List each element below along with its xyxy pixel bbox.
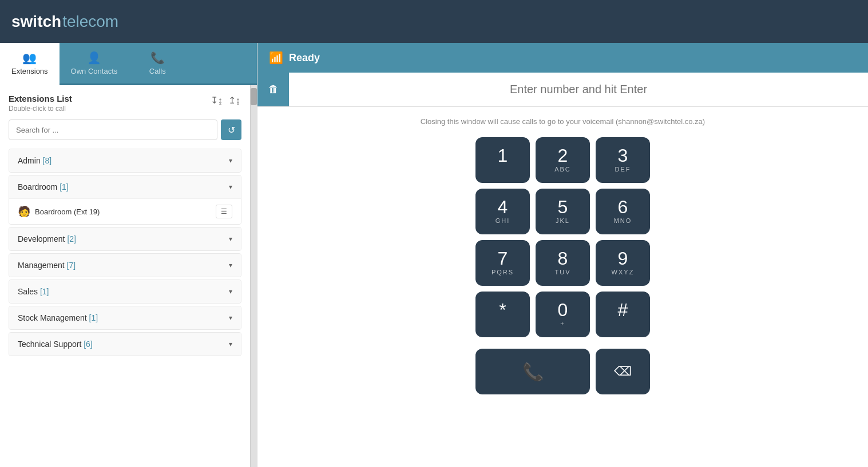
number-input[interactable] (289, 73, 868, 106)
logo-telecom: telecom (62, 13, 118, 31)
dial-star-num: * (499, 301, 506, 319)
dial-2-button[interactable]: 2 ABC (536, 137, 590, 183)
group-stock-management: Stock Management [1] ▾ (9, 306, 241, 330)
status-bar: 📶 Ready (257, 43, 868, 73)
dial-8-sub: TUV (555, 269, 571, 277)
dialpad-bottom: 📞 ⌫ (464, 349, 661, 406)
group-development-count: [2] (67, 234, 76, 244)
tab-calls[interactable]: 📞 Calls (129, 43, 186, 85)
group-sales-count: [1] (40, 287, 49, 296)
dial-5-sub: JKL (556, 217, 570, 225)
group-management-header[interactable]: Management [7] ▾ (9, 254, 241, 277)
main-layout: 👥 Extensions 👤 Own Contacts 📞 Calls Exte… (0, 43, 868, 467)
dial-4-num: 4 (498, 198, 508, 216)
group-admin-header[interactable]: Admin [8] ▾ (9, 149, 241, 172)
dial-hash-button[interactable]: # (596, 292, 650, 337)
sort-az-button[interactable]: ↧↨ (209, 94, 224, 107)
dial-0-sub: + (560, 320, 565, 328)
logo: switch telecom (11, 13, 118, 31)
dial-hash-sub (621, 320, 624, 328)
dial-star-button[interactable]: * (475, 292, 530, 337)
dial-9-sub: WXYZ (612, 269, 635, 277)
dialpad-area: 🗑 Closing this window will cause calls t… (257, 73, 868, 467)
dial-6-sub: MNO (614, 217, 632, 225)
group-sales-header[interactable]: Sales [1] ▾ (9, 280, 241, 303)
group-boardroom-header[interactable]: Boardroom [1] ▾ (9, 175, 241, 198)
scrollbar[interactable] (250, 85, 257, 467)
dial-4-sub: GHI (496, 217, 510, 225)
dial-3-button[interactable]: 3 DEF (596, 137, 650, 183)
group-boardroom-label: Boardroom [1] (18, 182, 69, 191)
backspace-button[interactable]: ⌫ (596, 349, 650, 394)
dial-1-sub (501, 166, 504, 174)
left-content: Extensions List Double-click to call ↧↨ … (0, 85, 257, 467)
dial-8-button[interactable]: 8 TUV (536, 240, 590, 286)
dial-9-num: 9 (618, 249, 628, 268)
dial-0-button[interactable]: 0 + (536, 292, 590, 337)
group-boardroom-count: [1] (60, 182, 69, 191)
tab-own-contacts[interactable]: 👤 Own Contacts (60, 43, 129, 85)
dial-2-num: 2 (558, 146, 568, 165)
scroll-thumb[interactable] (251, 88, 257, 105)
dial-1-num: 1 (498, 146, 508, 165)
dial-7-sub: PQRS (492, 269, 514, 277)
sort-buttons: ↧↨ ↥↨ (209, 94, 241, 107)
group-sales-label: Sales [1] (18, 287, 49, 296)
backspace-icon: ⌫ (614, 364, 632, 379)
dialpad: 1 2 ABC 3 DEF 4 GHI 5 JKL (464, 131, 661, 349)
status-text: Ready (289, 52, 320, 64)
extensions-icon: 👥 (22, 51, 37, 65)
group-stock-management-header[interactable]: Stock Management [1] ▾ (9, 306, 241, 329)
group-sales: Sales [1] ▾ (9, 280, 241, 304)
extensions-list-subtitle: Double-click to call (9, 105, 72, 113)
tab-own-contacts-label: Own Contacts (71, 67, 118, 75)
dial-6-button[interactable]: 6 MNO (596, 189, 650, 234)
extensions-panel: Extensions List Double-click to call ↧↨ … (0, 85, 250, 467)
tabs-bar: 👥 Extensions 👤 Own Contacts 📞 Calls (0, 43, 257, 85)
group-development-chevron: ▾ (229, 235, 232, 243)
boardroom-ext-name: Boardroom (Ext 19) (35, 207, 211, 216)
group-admin-count: [8] (43, 156, 52, 165)
group-management-chevron: ▾ (229, 261, 232, 269)
group-management-count: [7] (67, 261, 76, 270)
sort-za-button[interactable]: ↥↨ (227, 94, 241, 107)
dial-7-num: 7 (498, 249, 508, 268)
dial-0-num: 0 (558, 301, 568, 319)
group-tech-chevron: ▾ (229, 340, 232, 348)
search-input[interactable] (9, 119, 217, 140)
extensions-list-title-block: Extensions List Double-click to call (9, 94, 72, 113)
dial-5-num: 5 (558, 198, 568, 216)
delete-button[interactable]: 🗑 (257, 73, 289, 106)
logo-switch: switch (11, 13, 61, 31)
call-icon: 📞 (522, 362, 544, 382)
group-tech-label: Technical Support [6] (18, 340, 93, 349)
tab-extensions-label: Extensions (11, 67, 48, 75)
group-management: Management [7] ▾ (9, 253, 241, 277)
dial-9-button[interactable]: 9 WXYZ (596, 240, 650, 286)
header: switch telecom (0, 0, 868, 43)
dial-5-button[interactable]: 5 JKL (536, 189, 590, 234)
dial-7-button[interactable]: 7 PQRS (475, 240, 530, 286)
contact-icon: 🧑 (18, 205, 30, 218)
group-technical-support: Technical Support [6] ▾ (9, 332, 241, 356)
dial-3-num: 3 (618, 146, 628, 165)
dial-hash-num: # (618, 301, 628, 319)
signal-icon: 📶 (269, 51, 283, 65)
tab-extensions[interactable]: 👥 Extensions (0, 43, 60, 85)
group-development: Development [2] ▾ (9, 227, 241, 251)
extensions-list-header: Extensions List Double-click to call ↧↨ … (9, 94, 241, 113)
dial-1-button[interactable]: 1 (475, 137, 530, 183)
call-button[interactable]: 📞 (475, 349, 590, 394)
calls-icon: 📞 (150, 51, 165, 65)
refresh-button[interactable]: ↺ (221, 119, 241, 140)
right-panel: 📶 Ready 🗑 Closing this window will cause… (257, 43, 868, 467)
group-development-header[interactable]: Development [2] ▾ (9, 227, 241, 250)
group-admin: Admin [8] ▾ (9, 149, 241, 173)
dial-4-button[interactable]: 4 GHI (475, 189, 530, 234)
group-admin-label: Admin [8] (18, 156, 51, 165)
group-management-label: Management [7] (18, 261, 76, 270)
closing-notice: Closing this window will cause calls to … (409, 107, 716, 131)
group-development-label: Development [2] (18, 234, 76, 244)
ext-menu-button[interactable]: ☰ (216, 205, 232, 218)
group-technical-support-header[interactable]: Technical Support [6] ▾ (9, 333, 241, 356)
